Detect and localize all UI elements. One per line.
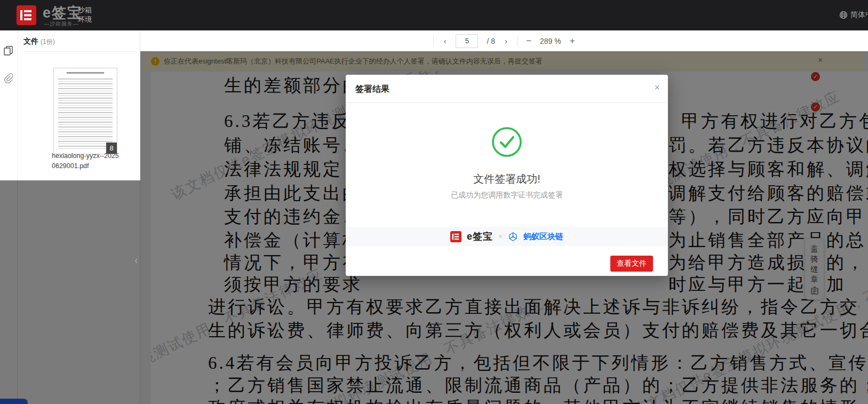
modal-title: 签署结果 [355, 84, 389, 95]
sidebar-collapse-icon[interactable]: ‹ [134, 254, 138, 266]
modal-header: 签署结果 × [346, 75, 668, 103]
next-page-button[interactable]: › [504, 36, 508, 45]
esign-logo-icon [450, 231, 461, 242]
file-thumbnail[interactable]: 8 [53, 68, 117, 154]
language-label: 简体中文 [850, 10, 868, 20]
globe-icon [839, 11, 848, 19]
files-title: 文件 [23, 37, 38, 45]
sign-result-modal: 签署结果 × 文件签署成功! 已成功为您调用数字证书完成签署 e签宝 × 蚂蚁区… [346, 75, 668, 276]
ant-blockchain-icon [508, 232, 518, 242]
prev-page-button[interactable]: ‹ [442, 36, 447, 45]
files-header: 文件(1份) [23, 37, 55, 46]
files-divider [23, 51, 136, 52]
modal-close-icon[interactable]: × [654, 83, 660, 92]
toolbar-divider [433, 36, 434, 46]
view-file-button[interactable]: 查看文件 [610, 256, 653, 272]
rail-divider [17, 30, 18, 180]
page-number-input[interactable] [456, 34, 478, 48]
success-check-icon [491, 126, 522, 157]
top-header-bar: e签宝 —沙箱服务— 沙箱 环境 简体中文 [0, 0, 868, 30]
brand-strip: e签宝 × 蚂蚁区块链 [346, 227, 668, 246]
ant-blockchain-label: 蚂蚁区块链 [523, 232, 563, 242]
file-list-panel: 文件(1份) 8 hexiaolong-yyzx--20250629001.pd… [0, 30, 140, 180]
language-switcher[interactable]: 简体中文 [839, 10, 868, 20]
environment-label: 沙箱 环境 [78, 5, 92, 25]
zoom-in-button[interactable]: + [570, 36, 575, 46]
cross-separator: × [498, 232, 503, 241]
page-total-label: / 8 [487, 37, 495, 45]
brand-title: e签宝 [43, 3, 83, 22]
files-count: (1份) [41, 38, 55, 45]
documents-icon[interactable] [3, 45, 14, 56]
zoom-out-button[interactable]: − [526, 36, 531, 46]
brand-subtitle: —沙箱服务— [44, 20, 79, 28]
zoom-level-label: 289 % [540, 37, 561, 45]
esign-logo-icon [17, 5, 36, 25]
viewer-toolbar: ‹ / 8 › − 289 % + [140, 30, 868, 52]
esign-brand-label: e签宝 [467, 230, 493, 243]
toolbar-divider [517, 36, 517, 46]
corner-floating-button[interactable] [0, 399, 28, 404]
file-name[interactable]: hexiaolong-yyzx--20250629001.pdf [52, 151, 122, 171]
success-title: 文件签署成功! [346, 172, 668, 186]
attachment-icon[interactable] [3, 73, 13, 83]
success-description: 已成功为您调用数字证书完成签署 [346, 191, 668, 200]
modal-footer: 查看文件 [346, 246, 668, 276]
